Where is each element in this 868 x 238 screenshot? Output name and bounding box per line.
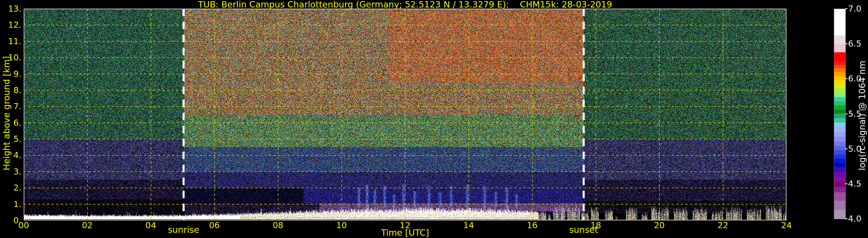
y-tick-label: 5.	[0, 134, 22, 144]
colorbar-tick-label: 6.5	[848, 39, 868, 48]
y-tick-label: 10.	[0, 53, 22, 62]
x-tick-label: 04	[146, 221, 156, 230]
x-tick-label: 16	[527, 221, 538, 230]
y-tick-label: 3.	[0, 167, 22, 176]
colorbar-tick-mark	[845, 218, 847, 219]
x-tick-label: 18	[590, 221, 601, 230]
x-tick-label: 24	[781, 221, 792, 230]
colorbar-tick-label: 5.0	[848, 144, 868, 154]
colorbar-tick-mark	[845, 43, 847, 44]
colorbar-tick-label: 4.5	[848, 179, 868, 188]
colorbar-tick-label: 7.0	[848, 4, 868, 13]
colorbar	[834, 9, 846, 219]
colorbar-tick-mark	[845, 8, 847, 9]
x-tick-label: 22	[718, 221, 728, 230]
x-tick-label: 02	[82, 221, 93, 230]
ceilometer-quicklook: TUB: Berlin Campus Charlottenburg (Germa…	[0, 0, 868, 238]
x-tick-label: 10	[336, 221, 347, 230]
colorbar-tick-label: 4.0	[848, 214, 868, 223]
chart-title: TUB: Berlin Campus Charlottenburg (Germa…	[24, 0, 786, 9]
y-tick-label: 6.	[0, 118, 22, 128]
x-tick-label: 06	[209, 221, 220, 230]
colorbar-gradient	[834, 9, 845, 219]
colorbar-tick-mark	[845, 78, 847, 79]
colorbar-tick-mark	[845, 183, 847, 184]
colorbar-tick-label: 6.0	[848, 74, 868, 83]
y-tick-label: 4.	[0, 150, 22, 160]
x-tick-label: 08	[273, 221, 283, 230]
y-tick-label: 8.	[0, 85, 22, 95]
y-tick-label: 11.	[0, 36, 22, 46]
x-tick-label: 12	[400, 221, 410, 230]
sunrise-annotation: sunrise	[168, 226, 199, 234]
colorbar-tick-label: 5.5	[848, 109, 868, 118]
y-tick-label: 7.	[0, 101, 22, 111]
colorbar-tick-mark	[845, 148, 847, 149]
x-tick-label: 20	[654, 221, 665, 230]
colorbar-tick-mark	[845, 113, 847, 114]
y-tick-label: 9.	[0, 69, 22, 79]
y-tick-label: 13.	[0, 4, 22, 13]
y-tick-label: 2.	[0, 183, 22, 193]
y-tick-label: 12.	[0, 20, 22, 30]
heatmap-canvas	[24, 9, 786, 220]
x-tick-label: 14	[463, 221, 474, 230]
y-tick-label: 1.	[0, 199, 22, 209]
y-tick-label: 0.	[0, 215, 22, 225]
